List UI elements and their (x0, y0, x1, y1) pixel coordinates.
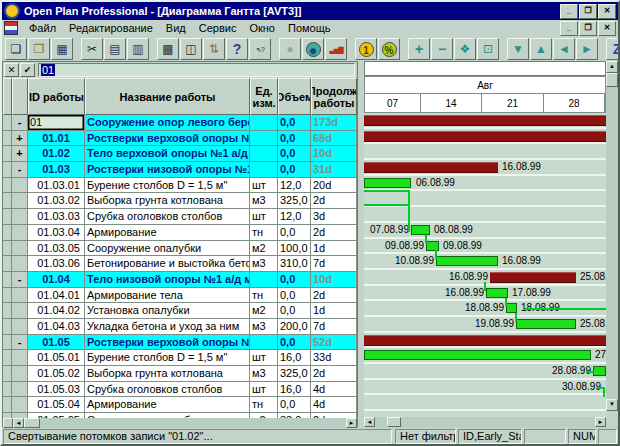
cell-name[interactable]: Бурение столбов D = 1,5 м" (85, 178, 250, 194)
edit-accept-button[interactable]: ✔ (20, 63, 35, 77)
cell-duration[interactable]: 10d (311, 146, 357, 162)
cell-duration[interactable]: 7d (311, 319, 357, 335)
cell-volume[interactable]: 12,0 (278, 209, 311, 225)
move-right-button[interactable]: ► (576, 38, 598, 60)
row-select-cell[interactable] (3, 162, 12, 178)
cell-volume[interactable]: 16,0 (278, 350, 311, 366)
unlink-activities-button[interactable]: ⊡ (477, 38, 499, 60)
column-header-expand[interactable] (12, 78, 28, 115)
cell-volume[interactable]: 325,0 (278, 193, 311, 209)
table-row[interactable]: 01.05.01Бурение столбов D = 1,5 м"шт16,0… (3, 350, 357, 366)
table-row[interactable]: 01.03.05Сооружение опалубким2100,01d (3, 241, 357, 257)
cell-id[interactable]: 01.05.02 (28, 366, 85, 382)
insert-rows-button[interactable]: ⇅ (203, 38, 225, 60)
close-button[interactable]: ✕ (598, 4, 616, 19)
cell-unit[interactable] (250, 146, 278, 162)
table-row[interactable]: 01.04.03Укладка бетона и уход за нимм320… (3, 319, 357, 335)
column-header-name[interactable]: Название работы (85, 78, 250, 115)
expand-toggle[interactable]: - (12, 162, 28, 178)
cell-id[interactable]: 01.05.04 (28, 397, 85, 413)
table-row[interactable]: 01.04.02Установка опалубким20,01d (3, 303, 357, 319)
column-header-unit[interactable]: Ед. изм. (250, 78, 278, 115)
cell-id[interactable]: 01.05.01 (28, 350, 85, 366)
cell-id[interactable]: 01.03.04 (28, 225, 85, 241)
scroll-track[interactable] (606, 87, 618, 399)
cell-unit[interactable]: м2 (250, 303, 278, 319)
menu-item-1[interactable]: Файл (23, 21, 62, 35)
scroll-down-button[interactable]: ▼ (606, 399, 618, 411)
gantt-task-bar[interactable] (436, 256, 498, 266)
move-left-button[interactable]: ◄ (553, 38, 575, 60)
cell-unit[interactable] (250, 335, 278, 351)
cell-unit[interactable]: м3 (250, 256, 278, 272)
cell-unit[interactable]: тн (250, 397, 278, 413)
histogram-button[interactable]: ▃▅▇ (325, 38, 347, 60)
child-minimize-button[interactable]: _ (560, 21, 578, 36)
cell-volume[interactable]: 0,0 (278, 162, 311, 178)
cell-volume[interactable]: 0,0 (278, 335, 311, 351)
menu-item-2[interactable]: Редактирование (63, 21, 159, 35)
cell-duration[interactable]: 2d (311, 225, 357, 241)
restore-button[interactable]: ❐ (579, 4, 597, 19)
cell-unit[interactable] (250, 272, 278, 288)
print-preview-button[interactable]: ◫ (180, 38, 202, 60)
row-select-cell[interactable] (3, 225, 12, 241)
cell-id[interactable]: 01.04.02 (28, 303, 85, 319)
table-row[interactable]: -01.03Ростверки низовой опоры №1 а/д м0,… (3, 162, 357, 178)
cell-duration[interactable]: 4d (311, 397, 357, 413)
cell-name[interactable]: Ростверки верховой опоры №2 а/д (85, 335, 250, 351)
expand-toggle[interactable]: - (12, 272, 28, 288)
cell-volume[interactable]: 325,0 (278, 366, 311, 382)
cell-unit[interactable]: м3 (250, 193, 278, 209)
row-select-cell[interactable] (3, 256, 12, 272)
cell-volume[interactable]: 200,0 (278, 319, 311, 335)
table-row[interactable]: 01.04.01Армирование телатн0,02d (3, 288, 357, 304)
cell-volume[interactable]: 100,0 (278, 241, 311, 257)
cell-name[interactable]: Срубка оголовков столбов (85, 382, 250, 398)
cell-name[interactable]: Тело верховой опоры №1 а/д моста (85, 146, 250, 162)
table-row[interactable]: -01.05Ростверки верховой опоры №2 а/д0,0… (3, 335, 357, 351)
table-row[interactable]: 01.03.02Выборка грунта котлованам3325,02… (3, 193, 357, 209)
table-row[interactable]: 01.05.03Срубка оголовков столбовшт16,04d (3, 382, 357, 398)
cell-duration[interactable]: 33d (311, 350, 357, 366)
row-select-cell[interactable] (3, 272, 12, 288)
cell-unit[interactable] (250, 162, 278, 178)
context-help-button[interactable]: ⇖? (249, 38, 271, 60)
gantt-task-bar[interactable] (411, 225, 430, 235)
gantt-task-bar[interactable] (506, 303, 517, 313)
cell-name[interactable]: Установка опалубки (85, 303, 250, 319)
cell-duration[interactable]: 2d (311, 366, 357, 382)
print-button[interactable]: ▩ (157, 38, 179, 60)
gantt-vertical-scrollbar[interactable]: ▲ ▼ (606, 61, 618, 411)
cell-id[interactable]: 01.04.01 (28, 288, 85, 304)
cell-unit[interactable]: шт (250, 209, 278, 225)
cell-duration[interactable]: 2d (311, 288, 357, 304)
timescale-week-28[interactable]: 28 (544, 94, 605, 112)
gantt-task-bar[interactable] (486, 288, 508, 298)
cell-duration[interactable]: 2d (311, 193, 357, 209)
edit-cancel-button[interactable]: ✕ (4, 63, 19, 77)
row-select-cell[interactable] (3, 303, 12, 319)
cell-name[interactable]: Сооружение опалубки (85, 241, 250, 257)
cell-unit[interactable]: шт (250, 178, 278, 194)
cell-id[interactable]: 01.03.06 (28, 256, 85, 272)
cell-volume[interactable]: 0,0 (278, 115, 311, 131)
cell-unit[interactable]: м2 (250, 241, 278, 257)
cell-duration[interactable]: 20d (311, 178, 357, 194)
row-select-cell[interactable] (3, 335, 12, 351)
percent-button[interactable]: % (378, 38, 400, 60)
cell-unit[interactable]: м3 (250, 319, 278, 335)
cell-id[interactable]: 01 (28, 115, 85, 131)
resource-button[interactable]: ☻ (302, 38, 324, 60)
paste-button[interactable]: ▥ (127, 38, 149, 60)
minimize-button[interactable]: _ (560, 4, 578, 19)
table-row[interactable]: 01.05.02Выборка грунта котлованам3325,02… (3, 366, 357, 382)
scroll-thumb[interactable] (606, 73, 618, 87)
cell-id[interactable]: 01.03.01 (28, 178, 85, 194)
cell-name[interactable]: Бурение столбов D = 1,5 м" (85, 350, 250, 366)
save-button[interactable]: ▦ (51, 38, 73, 60)
cell-id[interactable]: 01.05.03 (28, 382, 85, 398)
cell-volume[interactable]: 12,0 (278, 178, 311, 194)
table-row[interactable]: +01.01Ростверки верховой опоры №1 а/д0,0… (3, 131, 357, 147)
cell-volume[interactable]: 0,0 (278, 272, 311, 288)
